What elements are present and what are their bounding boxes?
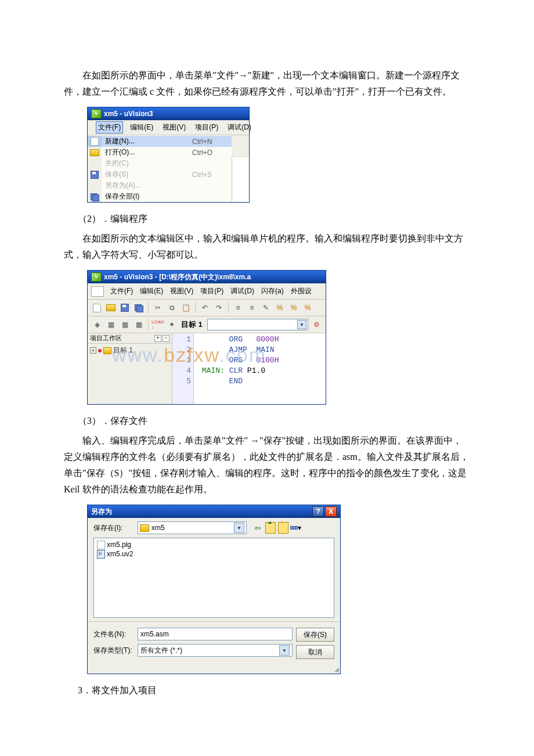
outdent-icon[interactable]: ≡	[246, 302, 258, 314]
save-all-icon[interactable]	[133, 302, 145, 314]
target-combo[interactable]: ▼	[207, 319, 308, 330]
cancel-button[interactable]: 取消	[296, 645, 334, 659]
build-icon[interactable]: ◈	[91, 319, 103, 330]
file-dropdown: 新建(N)... Ctrl+N 打开(O)... Ctrl+O 关闭(C)	[88, 135, 232, 202]
tree-node-label: 目标 1	[113, 345, 133, 355]
expand-icon[interactable]: +	[90, 347, 96, 354]
menu-item-close: 关闭(C)	[88, 158, 232, 169]
resize-grip-icon[interactable]: ◢	[88, 666, 340, 674]
sidebar-close-icon[interactable]: ×	[163, 335, 169, 342]
filetype-label: 保存类型(T):	[93, 646, 134, 656]
savein-label: 保存在(I):	[93, 523, 134, 533]
menu-file[interactable]: 文件(F)	[109, 286, 135, 297]
menu-flash[interactable]: 闪存(a)	[259, 286, 286, 297]
flag2-icon[interactable]: %	[288, 302, 300, 314]
menu-project[interactable]: 项目(P)	[193, 121, 221, 134]
file-name: xm5.plg	[107, 541, 131, 549]
rebuild-icon[interactable]: ▦	[105, 319, 117, 330]
menu-edit[interactable]: 编辑(E)	[128, 121, 156, 134]
menu-item-save: 保存(S) Ctrl+S	[88, 169, 232, 180]
window-title: xm5 - uVision3	[104, 110, 153, 118]
flag1-icon[interactable]: %	[274, 302, 286, 314]
menu-project[interactable]: 项目(P)	[199, 286, 225, 297]
dialog-title-bar: 另存为 ? X	[88, 505, 340, 518]
menu-item-saveas: 另存为(A)...	[88, 180, 232, 191]
editor-window: xm5 - uVision3 - [D:\程序仿真(中文)\xm8\xm.a 文…	[87, 270, 326, 405]
section-heading-3: （3）．保存文件	[64, 413, 470, 429]
flag3-icon[interactable]: %	[302, 302, 313, 314]
app-logo-icon	[91, 109, 102, 118]
menu-item-open[interactable]: 打开(O)... Ctrl+O	[88, 147, 232, 158]
file-icon	[97, 541, 105, 549]
up-folder-icon[interactable]	[265, 523, 276, 533]
indent-icon[interactable]: ≡	[232, 302, 244, 314]
view-mode-icon[interactable]: ▾	[291, 523, 301, 533]
paste-icon[interactable]: 📋	[180, 302, 192, 314]
file-item[interactable]: xm5.uv2	[97, 549, 331, 559]
build3-icon[interactable]: ▦	[133, 319, 145, 330]
uv2-file-icon	[97, 550, 105, 559]
toolbar-2: ◈ ▦ ▦ ▦ LOAD↓ ✦ 目标 1 ▼ ⚙	[88, 316, 326, 333]
menu-bar: 文件(F) 编辑(E) 视图(V) 项目(P) 调试(D) 闪存(a) 外围设	[88, 283, 326, 300]
save-button[interactable]: 保存(S)	[296, 628, 334, 642]
menu-item-new[interactable]: 新建(N)... Ctrl+N	[88, 136, 232, 147]
menu-view[interactable]: 视图(V)	[168, 286, 195, 297]
savein-value: xm5	[151, 524, 165, 532]
save-icon	[91, 171, 99, 179]
redo-icon[interactable]: ↷	[213, 302, 225, 314]
close-button[interactable]: X	[325, 506, 337, 517]
menu-item-label: 打开(O)...	[102, 147, 192, 157]
menu-edit[interactable]: 编辑(E)	[138, 286, 165, 297]
menu-file[interactable]: 文件(F)	[96, 121, 123, 134]
build2-icon[interactable]: ▦	[119, 319, 131, 330]
menu-item-label: 保存全部(I)	[102, 192, 192, 201]
help-button[interactable]: ?	[312, 506, 324, 517]
undo-icon[interactable]: ↶	[199, 302, 211, 314]
code-editor[interactable]: 1 2 3 4 5 ORG 0000H AJMP MAIN ORG 0100H …	[172, 333, 326, 404]
back-icon[interactable]: ⇦	[252, 523, 263, 533]
shortcut: Ctrl+N	[192, 138, 227, 146]
title-bar: xm5 - uVision3 - [D:\程序仿真(中文)\xm8\xm.a	[88, 271, 326, 283]
bookmark-icon[interactable]: ✎	[260, 302, 272, 314]
menu-bar: 文件(F) 编辑(E) 视图(V) 项目(P) 调试(D)	[88, 120, 249, 135]
dialog-title: 另存为	[91, 507, 112, 517]
target-label: 目标 1	[181, 319, 203, 330]
target-dot-icon	[98, 349, 102, 352]
save-icon[interactable]	[119, 302, 131, 314]
file-list[interactable]: xm5.plg xm5.uv2	[93, 538, 334, 618]
filetype-value: 所有文件 (*.*)	[140, 646, 182, 656]
target-options-icon[interactable]: ✦	[166, 319, 178, 330]
options-icon[interactable]: ⚙	[311, 319, 322, 330]
filename-input[interactable]: xm5.asm	[138, 628, 293, 640]
new-file-icon[interactable]	[91, 302, 103, 314]
paragraph-2: 在如图所示的文本编辑区中，输入和编辑单片机的程序。输入和编辑程序时要切换到非中文…	[64, 231, 470, 263]
savein-combo[interactable]: xm5 ▼	[138, 521, 247, 534]
paragraph-1: 在如图所示的界面中，单击菜单"文件"→"新建"，出现一个文本编辑窗口。新建一个源…	[64, 67, 470, 100]
toolbar-1: ✂ ⧉ 📋 ↶ ↷ ≡ ≡ ✎ % % %	[88, 300, 326, 316]
menu-item-label: 保存(S)	[102, 170, 192, 179]
menu-item-label: 新建(N)...	[102, 136, 192, 146]
file-name: xm5.uv2	[107, 550, 133, 558]
file-item[interactable]: xm5.plg	[97, 540, 331, 549]
file-menu-window: xm5 - uVision3 文件(F) 编辑(E) 视图(V) 项目(P) 调…	[87, 107, 250, 203]
document-icon	[91, 286, 104, 297]
chevron-down-icon: ▼	[297, 320, 306, 329]
new-folder-icon[interactable]	[278, 523, 288, 533]
menu-periph[interactable]: 外围设	[289, 286, 313, 297]
menu-view[interactable]: 视图(V)	[160, 121, 188, 134]
title-bar: xm5 - uVision3	[88, 107, 249, 120]
app-logo-icon	[91, 272, 102, 282]
open-file-icon[interactable]	[105, 302, 117, 314]
cut-icon[interactable]: ✂	[152, 302, 164, 314]
tree-node-target[interactable]: + 目标 1	[90, 345, 169, 355]
menu-debug[interactable]: 调试(D)	[229, 286, 256, 297]
filename-label: 文件名(N):	[93, 629, 134, 639]
sidebar-dropdown-icon[interactable]: ▾	[154, 335, 161, 342]
filetype-combo[interactable]: 所有文件 (*.*) ▼	[138, 644, 293, 657]
copy-icon[interactable]: ⧉	[166, 302, 178, 314]
menu-item-saveall[interactable]: 保存全部(I)	[88, 191, 232, 202]
save-as-dialog: 另存为 ? X 保存在(I): xm5 ▼ ⇦ ▾	[87, 505, 341, 674]
menu-debug[interactable]: 调试(D)	[225, 121, 254, 134]
load-icon[interactable]: LOAD↓	[152, 319, 164, 330]
window-title: xm5 - uVision3 - [D:\程序仿真(中文)\xm8\xm.a	[104, 272, 251, 282]
